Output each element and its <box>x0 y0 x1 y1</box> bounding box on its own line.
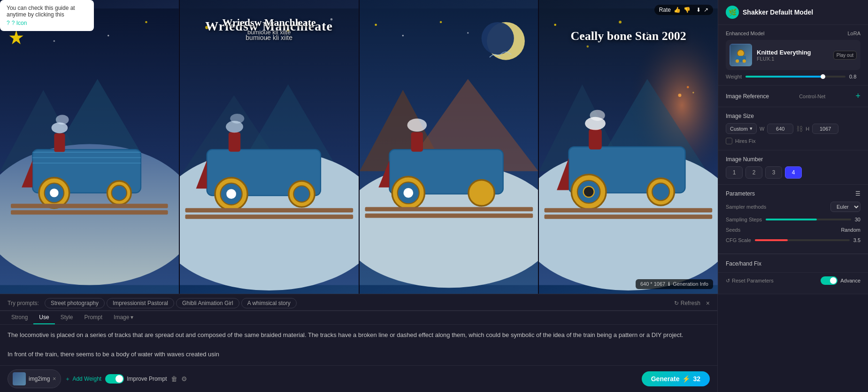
trash-button[interactable]: 🗑 <box>171 375 177 383</box>
panel-1-scene <box>0 0 179 294</box>
panel-4-text-overlay: Ceally bone Stan 2002 <box>539 28 718 44</box>
bottom-top-row: Try prompts: Street photography Impressi… <box>0 294 868 392</box>
tab-prompt[interactable]: Prompt <box>78 311 108 324</box>
cfg-slider[interactable] <box>755 239 850 241</box>
hires-row: Hires Fix <box>726 138 860 144</box>
svg-point-49 <box>375 24 377 26</box>
svg-point-6 <box>54 40 55 42</box>
play-out-button[interactable]: Play out <box>833 51 857 60</box>
resolution-badge[interactable]: 640 * 1067 ℹ Generation Info <box>636 279 713 289</box>
tool-tabs-row: Strong Use Style Prompt Image ▾ <box>0 311 717 325</box>
seeds-value: Random <box>841 227 860 233</box>
height-input[interactable] <box>812 124 838 134</box>
parameters-section: Parameters ☰ Sampler methods Euler Sampl… <box>718 185 868 254</box>
number-btn-1[interactable]: 1 <box>726 166 743 179</box>
hires-label: Hires Fix <box>735 138 755 144</box>
number-btn-3[interactable]: 3 <box>765 166 782 179</box>
image-reference-section: Image Reference Control-Net + <box>718 86 868 107</box>
refresh-button[interactable]: ↻ Refresh <box>674 300 700 306</box>
rate-bar: Rate 👍 👎 ⬇ ↗ <box>654 5 713 15</box>
h-label: H <box>806 126 809 132</box>
svg-point-94 <box>736 59 739 63</box>
svg-rect-64 <box>365 213 533 218</box>
number-btn-4[interactable]: 4 <box>785 166 802 179</box>
cfg-fill <box>755 239 788 241</box>
svg-rect-44 <box>185 215 353 219</box>
image-number-section: Image Number 1 2 3 4 <box>718 150 868 185</box>
seeds-label: Seeds <box>726 227 740 233</box>
link-icon: ⛓ <box>796 125 803 133</box>
tab-image[interactable]: Image ▾ <box>108 311 139 324</box>
rate-label: Rate <box>659 7 671 13</box>
panel-2-text-overlay: Wriedsw Manchleate bumioue kli xiite <box>180 16 359 36</box>
prompt-text[interactable]: The locomotive is placed on a series of … <box>8 330 710 360</box>
hires-checkbox[interactable] <box>726 138 732 144</box>
chip-street-photography[interactable]: Street photography <box>45 298 105 308</box>
svg-point-13 <box>56 115 69 125</box>
generate-button[interactable]: Generate ⚡ 32 <box>642 371 710 386</box>
prompt-area[interactable]: The locomotive is placed on a series of … <box>0 325 717 365</box>
sidebar-title: Shakker Default Model <box>743 8 813 16</box>
reset-button[interactable]: ↺ Reset Parameters <box>726 278 774 284</box>
weight-fill <box>745 76 825 78</box>
svg-point-70 <box>619 21 622 24</box>
lora-thumb-art <box>730 45 751 65</box>
tab-style[interactable]: Style <box>55 311 79 324</box>
tab-strong[interactable]: Strong <box>6 311 33 324</box>
tab-use[interactable]: Use <box>33 311 54 324</box>
control-net-badge: Control-Net <box>799 94 825 99</box>
width-input[interactable] <box>767 124 793 134</box>
image-size-section: Image Size Custom ▾ W ⛓ H Hires Fix <box>718 107 868 150</box>
sidebar-logo: 🌿 <box>726 6 739 19</box>
weight-slider[interactable] <box>745 76 845 78</box>
steps-slider[interactable] <box>766 219 851 220</box>
reset-row: ↺ Reset Parameters Advance <box>718 272 868 289</box>
download-icon[interactable]: ⬇ <box>696 7 701 13</box>
svg-point-16 <box>50 188 58 197</box>
chevron-icon: ▾ <box>750 125 753 132</box>
bottom-actions-row: img2img × ＋ Add Weight Improve Prompt 🗑 … <box>0 365 717 392</box>
parameters-header: Parameters ☰ <box>726 190 860 197</box>
advance-toggle-switch[interactable] <box>821 276 837 285</box>
img2img-chip: img2img × <box>8 369 61 388</box>
add-reference-button[interactable]: + <box>855 91 860 101</box>
chip-impressionist[interactable]: Impressionist Pastoral <box>107 298 174 308</box>
svg-point-82 <box>692 92 694 93</box>
share-icon[interactable]: ↗ <box>704 7 708 13</box>
params-menu-icon[interactable]: ☰ <box>855 190 860 197</box>
image-tab-chevron: ▾ <box>131 314 133 321</box>
lora-info: Knitted Everything FLUX.1 <box>757 49 829 62</box>
image-number-header: Image Number <box>726 156 860 163</box>
weight-thumb <box>821 74 825 79</box>
number-btn-2[interactable]: 2 <box>745 166 762 179</box>
panel-3-scene <box>360 0 538 294</box>
tooltip-icon[interactable]: ? ? Icon <box>7 20 87 26</box>
w-label: W <box>760 126 764 132</box>
settings-button[interactable]: ⚙ <box>181 375 187 383</box>
cfg-value: 3.5 <box>853 237 860 243</box>
sampler-select[interactable]: Euler <box>830 202 860 212</box>
add-weight-button[interactable]: ＋ Add Weight <box>65 375 101 383</box>
generate-label: Generate <box>651 375 680 383</box>
close-chips-button[interactable]: × <box>706 299 710 307</box>
size-preset-select[interactable]: Custom ▾ <box>726 123 757 134</box>
chip-ghibli[interactable]: Ghibli Animation Girl <box>176 298 239 308</box>
svg-rect-20 <box>11 210 168 214</box>
sidebar-scroll: Enhanced Model LoRA <box>718 25 868 294</box>
sampler-row: Sampler methods Euler <box>726 202 860 212</box>
svg-rect-77 <box>589 129 602 149</box>
improve-toggle-switch[interactable] <box>105 374 124 384</box>
svg-rect-57 <box>411 132 422 152</box>
lora-thumbnail <box>730 44 752 66</box>
thumbdown-icon[interactable]: 👎 <box>684 7 691 13</box>
img2img-close-button[interactable]: × <box>53 376 56 382</box>
chip-whimsical[interactable]: A whimsical story <box>241 298 297 308</box>
svg-rect-43 <box>185 208 353 212</box>
svg-rect-19 <box>11 204 168 208</box>
steps-row: Sampling Steps 30 <box>726 217 860 222</box>
face-fix-label: Face/hand Fix <box>726 260 761 267</box>
svg-point-85 <box>584 187 594 197</box>
svg-point-61 <box>403 188 413 198</box>
image-reference-row: Image Reference Control-Net + <box>726 91 860 101</box>
thumbup-icon[interactable]: 👍 <box>674 7 681 13</box>
